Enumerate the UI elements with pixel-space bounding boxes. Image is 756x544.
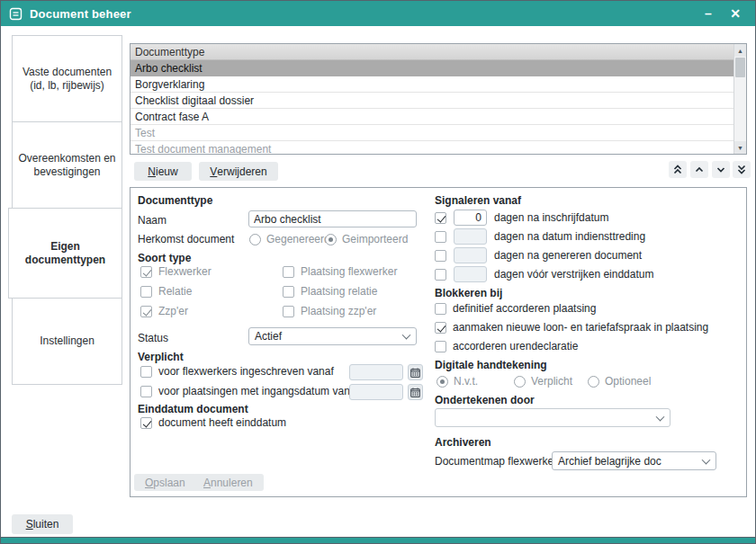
- sluiten-button[interactable]: Sluiten: [12, 514, 73, 534]
- window-title: Document beheer: [30, 7, 131, 21]
- scroll-up-icon[interactable]: ▲: [734, 44, 746, 57]
- titlebar: Document beheer – ✕: [1, 1, 755, 26]
- radio-optioneel-label: Optioneel: [605, 375, 651, 388]
- tab-label: Overeenkomsten en bevestigingen: [18, 152, 116, 179]
- scrollbar-thumb[interactable]: [735, 58, 745, 77]
- signaleren-label-4: dagen vóór verstrijken einddatum: [494, 268, 653, 281]
- nieuw-button[interactable]: Nieuw: [134, 162, 192, 181]
- naam-label: Naam: [138, 214, 166, 227]
- status-label: Status: [138, 332, 168, 344]
- list-item[interactable]: Test: [130, 125, 734, 141]
- calendar-button[interactable]: [408, 384, 423, 400]
- sidebar-tab-instellingen[interactable]: Instellingen: [12, 298, 122, 385]
- sidebar-tab-eigen-documenttypen[interactable]: Eigen documenttypen: [8, 208, 122, 299]
- ondertekenen-select[interactable]: [435, 408, 670, 427]
- checkbox-relatie-label: Relatie: [158, 285, 192, 298]
- radio-gegenereerd[interactable]: [249, 234, 261, 245]
- opslaan-button[interactable]: Opslaan: [134, 474, 196, 491]
- chevron-down-icon: [702, 455, 711, 464]
- signaleren-dagen-input-1[interactable]: [454, 210, 487, 226]
- checkbox-signaleren-indiensttreding[interactable]: [435, 231, 446, 243]
- list-scrollbar[interactable]: ▲ ▼: [734, 44, 746, 154]
- list-item[interactable]: Arbo checklist: [130, 60, 734, 76]
- document-list-icon: [9, 7, 22, 21]
- calendar-button[interactable]: [408, 364, 423, 380]
- checkbox-verplicht-plaatsingen[interactable]: [140, 386, 152, 397]
- signaleren-dagen-input-3[interactable]: [454, 247, 487, 263]
- verwijderen-button[interactable]: Verwijderen: [199, 162, 278, 181]
- status-select[interactable]: Actief: [248, 327, 417, 345]
- list-item[interactable]: Contract fase A: [130, 109, 734, 125]
- ondertekenen-label: Ondertekenen door: [435, 394, 535, 406]
- checkbox-blokkeren-accorderen-plaatsing[interactable]: [435, 303, 446, 315]
- sidebar-tab-vaste-documenten[interactable]: Vaste documenten (id, lb, rijbewijs): [12, 35, 122, 122]
- documentmap-select-value: Archief belagrijke doc: [558, 455, 662, 468]
- move-top-button[interactable]: [669, 161, 687, 178]
- documentmap-select[interactable]: Archief belagrijke doc: [552, 451, 716, 470]
- document-beheer-window: Document beheer – ✕ Vaste documenten (id…: [0, 0, 756, 544]
- signaleren-dagen-input-2[interactable]: [454, 228, 487, 245]
- section-heading-verplicht: Verplicht: [138, 351, 184, 363]
- list-item[interactable]: Test document management: [130, 141, 734, 154]
- radio-verplicht[interactable]: [514, 376, 526, 388]
- signaleren-dagen-input-4[interactable]: [454, 266, 487, 282]
- blokkeren-label-2: aanmaken nieuwe loon- en tariefafspraak …: [453, 321, 708, 334]
- move-up-button[interactable]: [690, 161, 708, 178]
- window-status-strip: [1, 537, 755, 543]
- status-select-value: Actief: [255, 330, 282, 343]
- checkbox-plaatsing-flexwerker-label: Plaatsing flexwerker: [301, 265, 397, 278]
- radio-optioneel[interactable]: [588, 376, 599, 388]
- checkbox-verplicht-flexwerkers-label: voor flexwerkers ingeschreven vanaf: [158, 365, 334, 378]
- checkbox-signaleren-inschrijfdatum[interactable]: [435, 212, 446, 224]
- close-icon[interactable]: ✕: [724, 4, 747, 23]
- list-viewport: Documenttype Arbo checklist Borgverklari…: [130, 44, 734, 154]
- annuleren-button[interactable]: Annuleren: [193, 474, 264, 491]
- radio-verplicht-label: Verplicht: [531, 375, 572, 388]
- blokkeren-label-1: definitief accorderen plaatsing: [453, 302, 596, 315]
- calendar-icon: [410, 388, 420, 397]
- move-bottom-button[interactable]: [733, 161, 751, 178]
- checkbox-verplicht-flexwerkers[interactable]: [140, 366, 152, 378]
- checkbox-plaatsing-zzper[interactable]: [283, 306, 294, 317]
- radio-nvt-label: N.v.t.: [454, 375, 478, 388]
- naam-input[interactable]: [248, 210, 417, 227]
- radio-nvt[interactable]: [436, 376, 448, 388]
- section-heading-soort-type: Soort type: [138, 252, 191, 264]
- list-item[interactable]: Borgverklaring: [130, 76, 734, 93]
- move-down-button[interactable]: [712, 161, 730, 178]
- minimize-button[interactable]: –: [697, 4, 720, 23]
- tab-label: Instellingen: [40, 334, 94, 348]
- date-input-flexwerkers[interactable]: [349, 364, 403, 380]
- documenttype-list: Documenttype Arbo checklist Borgverklari…: [130, 43, 747, 155]
- section-heading-blokkeren: Blokkeren bij: [435, 287, 502, 299]
- checkbox-zzper-label: Zzp'er: [158, 305, 188, 317]
- list-column-header[interactable]: Documenttype: [130, 44, 734, 60]
- checkbox-einddatum[interactable]: [140, 417, 152, 429]
- double-chevron-down-icon: [736, 164, 747, 175]
- signaleren-label-1: dagen na inschrijfdatum: [494, 211, 608, 224]
- checkbox-zzper[interactable]: [140, 306, 152, 317]
- checkbox-signaleren-einddatum[interactable]: [435, 269, 446, 281]
- signaleren-label-3: dagen na genereren document: [494, 249, 642, 262]
- radio-geimporteerd[interactable]: [325, 234, 337, 245]
- checkbox-relatie[interactable]: [140, 286, 152, 298]
- checkbox-verplicht-plaatsingen-label: voor plaatsingen met ingangsdatum vanaf: [158, 385, 359, 397]
- section-heading-signaleren: Signaleren vanaf: [435, 194, 521, 207]
- radio-geimporteerd-label: Geimporteerd: [342, 233, 408, 245]
- checkbox-signaleren-genereren[interactable]: [435, 250, 446, 262]
- checkbox-blokkeren-loon-tariefafspraak[interactable]: [435, 322, 446, 334]
- chevron-down-icon: [716, 164, 726, 175]
- list-item[interactable]: Checklist digitaal dossier: [130, 93, 734, 109]
- herkomst-label: Herkomst document: [138, 233, 234, 245]
- checkbox-plaatsing-relatie[interactable]: [283, 286, 294, 298]
- section-heading-handtekening: Digitale handtekening: [435, 359, 547, 371]
- scroll-down-icon[interactable]: ▼: [734, 141, 746, 154]
- checkbox-plaatsing-relatie-label: Plaatsing relatie: [301, 285, 377, 298]
- date-input-plaatsingen[interactable]: [349, 384, 403, 400]
- chevron-down-icon: [402, 331, 411, 340]
- checkbox-flexwerker[interactable]: [140, 266, 152, 278]
- checkbox-plaatsing-flexwerker[interactable]: [283, 266, 294, 278]
- checkbox-blokkeren-urendeclaratie[interactable]: [435, 341, 446, 352]
- sidebar-tab-overeenkomsten[interactable]: Overeenkomsten en bevestigingen: [12, 121, 122, 209]
- tab-label: Eigen documenttypen: [14, 240, 116, 267]
